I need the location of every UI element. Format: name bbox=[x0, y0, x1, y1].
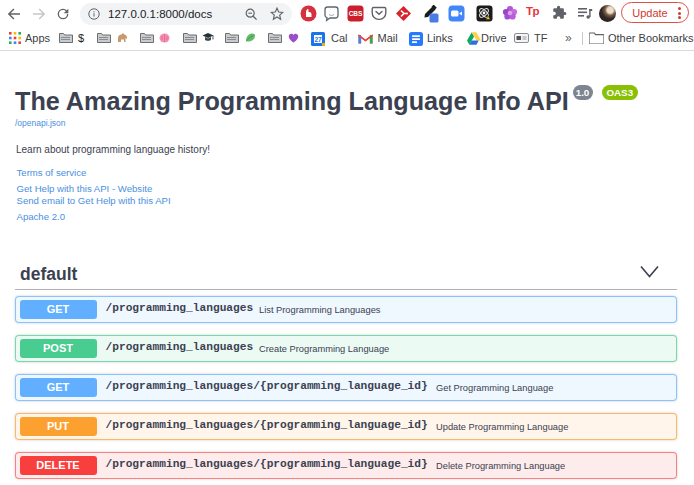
svg-text:CBS: CBS bbox=[349, 10, 363, 17]
svg-text:27: 27 bbox=[314, 35, 322, 42]
